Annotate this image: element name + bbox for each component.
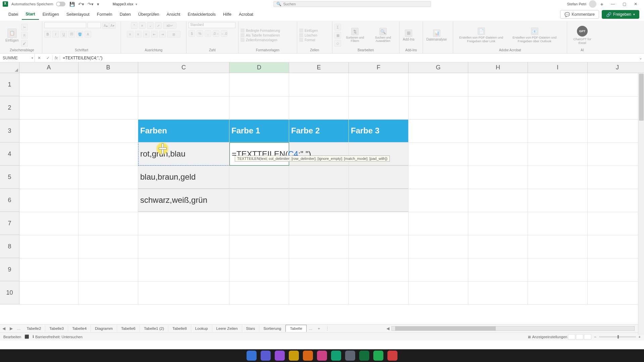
taskbar-item[interactable] <box>387 351 397 361</box>
format-painter-icon[interactable]: 🖌 <box>21 40 28 47</box>
sheet-tab[interactable]: Tabelle4 <box>68 325 91 332</box>
row-header-10[interactable]: 10 <box>0 281 19 304</box>
decimal-inc-icon[interactable]: .0→ <box>213 30 219 37</box>
accessibility-icon[interactable]: ℹ <box>33 335 34 339</box>
addins-button[interactable]: ⊞Add-Ins <box>401 29 416 42</box>
col-header-g[interactable]: G <box>409 62 468 73</box>
align-middle-icon[interactable]: ≡ <box>139 22 146 29</box>
redo-icon[interactable]: ↷▾ <box>88 2 94 7</box>
view-page-layout-icon[interactable] <box>576 334 583 340</box>
display-settings-label[interactable]: Anzeigeeinstellungen <box>532 335 568 339</box>
enter-formula-icon[interactable]: ✓ <box>44 56 52 60</box>
clear-icon[interactable]: ◇ <box>334 40 341 47</box>
tab-ueberpruefen[interactable]: Überprüfen <box>135 9 163 19</box>
indent-dec-icon[interactable]: ⇤ <box>151 31 158 38</box>
horizontal-scrollbar[interactable] <box>391 326 635 331</box>
taskbar-item[interactable] <box>247 351 257 361</box>
col-header-d[interactable]: D <box>229 62 289 73</box>
col-header-e[interactable]: E <box>289 62 349 73</box>
align-bottom-icon[interactable]: ⌄ <box>147 22 154 29</box>
sheet-tab[interactable]: Leere Zeilen <box>212 325 242 332</box>
col-header-i[interactable]: I <box>528 62 588 73</box>
taskbar-item[interactable] <box>261 351 271 361</box>
row-header-6[interactable]: 6 <box>0 189 19 212</box>
sheet-tab[interactable]: Lookup <box>191 325 212 332</box>
tab-formeln[interactable]: Formeln <box>93 9 116 19</box>
delete-cells-button[interactable]: Löschen <box>299 33 318 37</box>
expand-formula-icon[interactable]: ⌄ <box>637 56 644 60</box>
col-header-c[interactable]: C <box>138 62 229 73</box>
indent-inc-icon[interactable]: ⇥ <box>159 31 166 38</box>
search-box[interactable]: 🔍 Suchen <box>273 1 431 7</box>
pdf-outlook-button[interactable]: 📧Erstellen von PDF-Dateien und Freigeben… <box>508 27 560 44</box>
col-header-b[interactable]: B <box>78 62 138 73</box>
accessibility-label[interactable]: Barrierefreiheit: Untersuchen <box>35 335 83 339</box>
sheet-nav-next[interactable]: ▶ <box>7 326 15 331</box>
zoom-in-button[interactable]: + <box>639 335 641 339</box>
align-top-icon[interactable]: ⌃ <box>131 22 138 29</box>
tab-daten[interactable]: Daten <box>116 9 135 19</box>
close-button[interactable]: ✕ <box>630 2 641 6</box>
taskbar-item[interactable] <box>275 351 285 361</box>
sheet-nav-more[interactable]: … <box>15 326 23 330</box>
format-as-table-button[interactable]: Als Tabelle formatieren <box>240 33 280 37</box>
tab-hilfe[interactable]: Hilfe <box>219 9 235 19</box>
row-header-3[interactable]: 3 <box>0 119 19 142</box>
comments-button[interactable]: 💬Kommentare <box>560 10 599 19</box>
pdf-link-button[interactable]: 📄Erstellen von PDF-Dateien und Freigeben… <box>455 27 507 44</box>
scrollbar-thumb[interactable] <box>639 74 644 121</box>
sheet-tab[interactable]: Sortierung <box>259 325 285 332</box>
fill-color-icon[interactable]: 🪣 <box>76 31 83 38</box>
orientation-icon[interactable]: ⤢ <box>155 22 162 29</box>
number-format-select[interactable]: Standard <box>189 22 235 28</box>
cancel-formula-icon[interactable]: ✕ <box>35 56 44 60</box>
sheet-tab[interactable]: Tabelle2 <box>23 325 46 332</box>
tab-datei[interactable]: Datei <box>5 9 22 19</box>
taskbar-item[interactable] <box>289 351 299 361</box>
chatgpt-button[interactable]: GPTChatGPT for Excel <box>569 25 595 45</box>
formula-input[interactable]: =TEXTTEILEN(C4;",") <box>60 56 637 60</box>
taskbar-item[interactable] <box>303 351 313 361</box>
display-settings-icon[interactable]: 🖥 <box>527 335 531 339</box>
sheet-tab[interactable]: Tabelle3 <box>45 325 68 332</box>
sheet-overflow-icon[interactable]: … <box>307 326 315 330</box>
tab-entwicklertools[interactable]: Entwicklertools <box>184 9 219 19</box>
filename-chevron-icon[interactable]: ▾ <box>136 2 137 6</box>
taskbar-item[interactable] <box>373 351 383 361</box>
save-icon[interactable]: 💾 <box>69 2 75 7</box>
sheet-tab[interactable]: Tabelle1 (2) <box>140 325 168 332</box>
minimize-button[interactable]: — <box>607 2 619 6</box>
taskbar-item[interactable] <box>359 351 369 361</box>
add-sheet-button[interactable]: + <box>314 326 323 330</box>
align-center-icon[interactable]: ≡ <box>135 31 142 38</box>
conditional-format-button[interactable]: Bedingte Formatierung <box>240 28 280 33</box>
sheet-nav-prev[interactable]: ◀ <box>0 326 7 331</box>
taskbar-item[interactable] <box>345 351 355 361</box>
select-all-corner[interactable] <box>0 62 19 73</box>
font-color-icon[interactable]: A <box>85 31 91 38</box>
sheet-tab[interactable]: Stars <box>242 325 260 332</box>
row-header-2[interactable]: 2 <box>0 96 19 119</box>
bold-icon[interactable]: B <box>44 31 51 38</box>
increase-font-icon[interactable]: A▴ <box>102 22 109 29</box>
find-select-button[interactable]: 🔍Suchen und Auswählen <box>369 27 397 43</box>
col-header-f[interactable]: F <box>349 62 409 73</box>
row-header-5[interactable]: 5 <box>0 166 19 189</box>
share-button[interactable]: 🔗Freigeben▾ <box>602 10 639 19</box>
taskbar-item[interactable] <box>317 351 327 361</box>
view-page-break-icon[interactable] <box>584 334 591 340</box>
row-header-8[interactable]: 8 <box>0 235 19 258</box>
worksheet-grid[interactable]: A B C D E F G H I J 1 2 3 4 5 6 7 8 9 10… <box>0 62 644 324</box>
data-analysis-button[interactable]: 📊Datenanalyse <box>425 29 448 42</box>
macro-record-icon[interactable]: ⬛ <box>24 335 29 339</box>
decimal-dec-icon[interactable]: ←.0 <box>221 30 227 37</box>
zoom-slider[interactable] <box>599 336 636 338</box>
copy-icon[interactable]: ⎘ <box>21 32 28 39</box>
col-header-a[interactable]: A <box>19 62 78 73</box>
diamond-icon[interactable]: ◈ <box>600 2 603 6</box>
paste-button[interactable]: 📋Einfügen <box>4 28 20 43</box>
align-left-icon[interactable]: ≡ <box>127 31 133 38</box>
italic-icon[interactable]: I <box>52 31 59 38</box>
tab-acrobat[interactable]: Acrobat <box>235 9 257 19</box>
align-right-icon[interactable]: ≡ <box>143 31 150 38</box>
